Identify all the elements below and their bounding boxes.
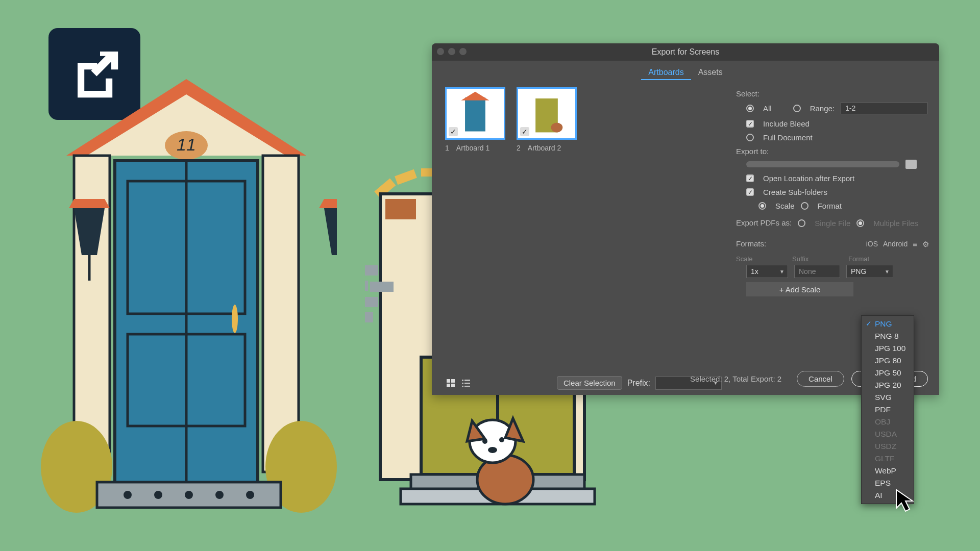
svg-point-22 — [215, 491, 224, 499]
svg-point-50 — [551, 122, 563, 132]
export-path-input[interactable] — [746, 161, 899, 167]
tab-assets[interactable]: Assets — [691, 66, 730, 80]
preset-android[interactable]: Android — [883, 240, 908, 249]
svg-rect-43 — [365, 297, 378, 307]
dialog-tabs: Artboards Assets — [432, 66, 939, 80]
selection-summary: Selected: 2, Total Export: 2 — [690, 374, 781, 383]
svg-marker-14 — [324, 208, 337, 255]
house-number: 11 — [177, 135, 196, 154]
svg-rect-44 — [365, 312, 373, 322]
radio-range[interactable] — [793, 105, 801, 112]
suffix-select[interactable]: None — [794, 265, 840, 278]
svg-point-19 — [124, 491, 132, 499]
svg-rect-41 — [365, 281, 368, 291]
format-option-gltf: GLTF — [862, 453, 914, 465]
select-label: Select: — [736, 89, 929, 98]
format-select[interactable]: PNG▼ — [846, 265, 893, 278]
format-option-svg[interactable]: SVG — [862, 391, 914, 404]
svg-rect-46 — [465, 97, 485, 131]
scale-select[interactable]: 1x▼ — [746, 265, 788, 278]
radio-subfolder-scale[interactable] — [758, 202, 766, 210]
formats-label: Formats: — [736, 239, 766, 248]
artboard-thumb[interactable]: ✓ 1Artboard 1 — [445, 87, 505, 152]
col-scale: Scale — [736, 255, 777, 263]
col-suffix: Suffix — [792, 255, 833, 263]
svg-rect-28 — [385, 199, 416, 219]
svg-point-21 — [185, 491, 193, 499]
tab-artboards[interactable]: Artboards — [641, 66, 691, 80]
svg-point-37 — [482, 439, 487, 444]
format-option-eps[interactable]: EPS — [862, 477, 914, 489]
radio-all[interactable] — [746, 105, 754, 112]
illustration-blue-door: 11 — [36, 79, 337, 513]
svg-rect-42 — [370, 282, 394, 292]
format-option-obj: OBJ — [862, 416, 914, 428]
format-option-usdz: USDZ — [862, 440, 914, 453]
artboard-name: Artboard 2 — [528, 144, 561, 152]
check-include-bleed[interactable] — [746, 120, 754, 128]
range-input[interactable] — [841, 102, 927, 114]
radio-single-file — [798, 219, 805, 227]
check-open-after[interactable] — [746, 174, 754, 182]
export-to-label: Export to: — [736, 147, 929, 156]
format-option-jpg-20[interactable]: JPG 20 — [862, 379, 914, 391]
radio-multiple-files — [856, 219, 864, 227]
svg-marker-13 — [319, 199, 337, 208]
artboards-pane: ✓ 1Artboard 1 ✓ 2Artboard 2 — [432, 80, 731, 395]
artboard-num: 1 — [445, 144, 449, 152]
artboard-check[interactable]: ✓ — [520, 127, 529, 136]
list-icon[interactable]: ≡ — [913, 240, 917, 249]
window-controls[interactable] — [437, 48, 467, 55]
svg-point-20 — [154, 491, 162, 499]
artboard-check[interactable]: ✓ — [449, 127, 458, 136]
format-option-pdf[interactable]: PDF — [862, 404, 914, 416]
cursor-icon — [895, 489, 916, 514]
cancel-button[interactable]: Cancel — [797, 371, 844, 387]
svg-rect-40 — [365, 265, 378, 276]
dialog-title: Export for Screens — [432, 47, 939, 57]
svg-point-38 — [499, 437, 504, 442]
artboard-num: 2 — [517, 144, 521, 152]
format-option-usda: USDA — [862, 428, 914, 440]
svg-point-9 — [232, 305, 238, 333]
svg-marker-61 — [896, 490, 913, 511]
preset-ios[interactable]: iOS — [866, 240, 878, 249]
svg-marker-10 — [69, 199, 110, 208]
minimize-dot[interactable] — [448, 48, 455, 55]
artboard-thumb[interactable]: ✓ 2Artboard 2 — [517, 87, 577, 152]
format-dropdown-menu[interactable]: PNGPNG 8JPG 100JPG 80JPG 50JPG 20SVGPDFO… — [861, 315, 914, 504]
svg-rect-25 — [395, 169, 417, 185]
format-option-jpg-100[interactable]: JPG 100 — [862, 342, 914, 355]
export-pdfs-label: Export PDFs as: — [736, 218, 792, 227]
format-option-webp[interactable]: WebP — [862, 465, 914, 477]
radio-full-document[interactable] — [746, 134, 754, 141]
artboard-name: Artboard 1 — [456, 144, 489, 152]
format-option-jpg-50[interactable]: JPG 50 — [862, 367, 914, 379]
col-format: Format — [848, 255, 889, 263]
gear-icon[interactable]: ⚙ — [922, 240, 929, 249]
close-dot[interactable] — [437, 48, 444, 55]
format-option-png-8[interactable]: PNG 8 — [862, 330, 914, 342]
svg-point-39 — [488, 447, 497, 453]
radio-subfolder-format[interactable] — [801, 202, 808, 210]
maximize-dot[interactable] — [459, 48, 467, 55]
svg-point-23 — [246, 491, 254, 499]
add-scale-button[interactable]: + Add Scale — [746, 282, 853, 296]
format-option-jpg-80[interactable]: JPG 80 — [862, 355, 914, 367]
dialog-titlebar[interactable]: Export for Screens — [432, 43, 939, 61]
check-create-subfolders[interactable] — [746, 188, 754, 196]
folder-icon[interactable] — [905, 160, 917, 169]
format-option-png[interactable]: PNG — [862, 318, 914, 330]
